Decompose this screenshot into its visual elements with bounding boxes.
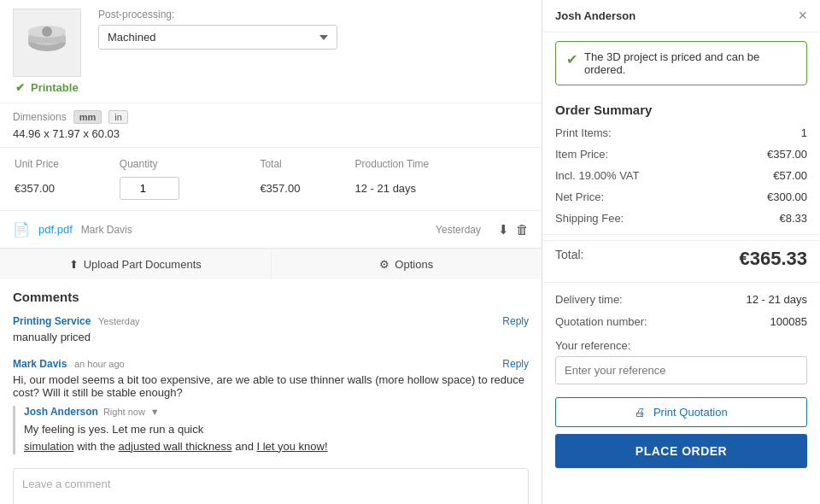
- net-price-value: €300.00: [767, 190, 807, 203]
- net-price-row: Net Price: €300.00: [542, 186, 820, 208]
- comments-section: Comments Printing Service Yesterday Repl…: [0, 279, 542, 504]
- unit-in-button[interactable]: in: [108, 110, 128, 124]
- place-order-button[interactable]: PLACE ORDER: [555, 434, 807, 468]
- file-icon: 📄: [13, 221, 30, 237]
- right-header: Josh Anderson ×: [542, 0, 820, 32]
- delivery-label: Delivery time:: [555, 293, 623, 306]
- files-section: 📄 pdf.pdf Mark Davis Yesterday ⬇ 🗑: [0, 211, 542, 249]
- upload-icon: ⬆: [69, 258, 79, 271]
- shipping-label: Shipping Fee:: [555, 212, 624, 225]
- quantity-header: Quantity: [120, 158, 259, 175]
- divider: [542, 234, 820, 235]
- post-processing-select[interactable]: Machined: [98, 25, 337, 50]
- model-thumbnail: [21, 21, 73, 64]
- total-header: Total: [260, 158, 353, 175]
- delete-button[interactable]: 🗑: [516, 222, 529, 237]
- action-bar: ⬆ Upload Part Documents ⚙ Options: [0, 249, 542, 279]
- comment-2-text: Hi, our model seems a bit too expensive,…: [13, 373, 529, 399]
- reply-highlight-adjusted: adjusted wall thickness: [119, 440, 232, 453]
- reply-2-link[interactable]: Reply: [502, 358, 529, 370]
- upload-documents-button[interactable]: ⬆ Upload Part Documents: [0, 249, 272, 279]
- total-row: Total: €365.33: [542, 240, 820, 277]
- file-row: 📄 pdf.pdf Mark Davis Yesterday ⬇ 🗑: [13, 218, 529, 241]
- printer-icon: 🖨: [635, 406, 646, 419]
- comment-1: Printing Service Yesterday Reply manuall…: [13, 314, 529, 343]
- top-section: ✔ Printable Post-processing: Machined: [0, 0, 542, 103]
- comment-1-header: Printing Service Yesterday Reply: [13, 314, 529, 327]
- shipping-value: €8.33: [779, 212, 807, 225]
- success-icon: ✔: [566, 51, 577, 67]
- comment-1-author: Printing Service: [13, 315, 91, 327]
- right-panel: Josh Anderson × ✔ The 3D project is pric…: [542, 0, 820, 504]
- file-actions: ⬇ 🗑: [498, 222, 529, 237]
- leave-comment-input[interactable]: Leave a comment: [13, 468, 529, 504]
- pricing-section: Unit Price Quantity Total Production Tim…: [0, 148, 542, 211]
- comment-1-time: Yesterday: [98, 316, 140, 326]
- left-panel: ✔ Printable Post-processing: Machined Di…: [0, 0, 542, 504]
- unit-price-value: €357.00: [15, 177, 118, 200]
- close-button[interactable]: ×: [798, 7, 807, 25]
- vat-row: Incl. 19.00% VAT €57.00: [542, 165, 820, 186]
- pricing-table: Unit Price Quantity Total Production Tim…: [13, 156, 529, 202]
- quotation-label: Quotation number:: [555, 315, 647, 328]
- reply-highlight-simulation: simulation: [24, 440, 74, 453]
- net-price-label: Net Price:: [555, 190, 604, 203]
- user-name: Josh Anderson: [555, 9, 636, 22]
- comment-1-text: manually priced: [13, 331, 529, 343]
- total-value: €357.00: [260, 177, 353, 200]
- reply-author: Josh Anderson: [24, 406, 98, 418]
- reply-1-link[interactable]: Reply: [502, 315, 529, 327]
- vat-value: €57.00: [773, 169, 807, 182]
- success-box: ✔ The 3D project is priced and can be or…: [555, 41, 807, 85]
- reply-text: My feeling is yes. Let me run a quick si…: [24, 421, 529, 454]
- post-processing-label: Post-processing:: [98, 9, 529, 21]
- thumbnail: [13, 9, 81, 77]
- shipping-row: Shipping Fee: €8.33: [542, 208, 820, 229]
- order-summary-title: Order Summary: [542, 94, 820, 122]
- dimensions-section: Dimensions mm in 44.96 x 71.97 x 60.03: [0, 103, 542, 148]
- svg-rect-2: [28, 37, 66, 43]
- file-date: Yesterday: [436, 224, 481, 236]
- options-button[interactable]: ⚙ Options: [272, 249, 542, 279]
- quotation-row: Quotation number: 100085: [542, 311, 820, 332]
- quotation-value: 100085: [770, 315, 807, 328]
- divider2: [542, 282, 820, 283]
- total-label: Total:: [555, 248, 583, 270]
- download-button[interactable]: ⬇: [498, 222, 509, 237]
- item-price-label: Item Price:: [555, 148, 608, 161]
- your-reference-section: Your reference:: [542, 332, 820, 393]
- print-items-label: Print Items:: [555, 126, 612, 139]
- comment-2-author: Mark Davis: [13, 358, 67, 370]
- production-time-header: Production Time: [355, 158, 527, 175]
- comment-2: Mark Davis an hour ago Reply Hi, our mod…: [13, 357, 529, 454]
- delivery-value: 12 - 21 days: [746, 293, 807, 306]
- printable-label: ✔ Printable: [15, 81, 78, 94]
- item-price-row: Item Price: €357.00: [542, 144, 820, 165]
- print-items-row: Print Items: 1: [542, 122, 820, 144]
- comments-title: Comments: [13, 290, 529, 304]
- post-processing-area: Post-processing: Machined: [98, 9, 529, 50]
- dimensions-value: 44.96 x 71.97 x 60.03: [13, 127, 529, 140]
- unit-mm-button[interactable]: mm: [73, 110, 102, 124]
- dimensions-label: Dimensions mm in: [13, 110, 529, 124]
- svg-point-4: [42, 26, 52, 37]
- comment-2-header: Mark Davis an hour ago Reply: [13, 357, 529, 370]
- reply-highlight-let: I let you know!: [256, 440, 327, 453]
- file-name[interactable]: pdf.pdf: [38, 223, 73, 236]
- delivery-row: Delivery time: 12 - 21 days: [542, 288, 820, 311]
- success-text: The 3D project is priced and can be orde…: [584, 50, 796, 76]
- gear-icon: ⚙: [379, 258, 390, 271]
- check-icon: ✔: [15, 81, 25, 94]
- file-uploader: Mark Davis: [81, 224, 132, 236]
- item-price-value: €357.00: [767, 148, 807, 161]
- reply-header: Josh Anderson Right now ▼: [24, 406, 529, 418]
- vat-label: Incl. 19.00% VAT: [555, 169, 640, 182]
- your-reference-label: Your reference:: [555, 339, 807, 352]
- reply-text-line2: simulation with the adjusted wall thickn…: [24, 440, 328, 453]
- reply-time: Right now: [103, 407, 145, 417]
- print-quotation-button[interactable]: 🖨 Print Quotation: [555, 397, 807, 427]
- total-value: €365.33: [739, 248, 807, 270]
- chevron-down-icon: ▼: [150, 407, 160, 417]
- quantity-input[interactable]: [120, 177, 179, 200]
- reference-input[interactable]: [555, 356, 807, 384]
